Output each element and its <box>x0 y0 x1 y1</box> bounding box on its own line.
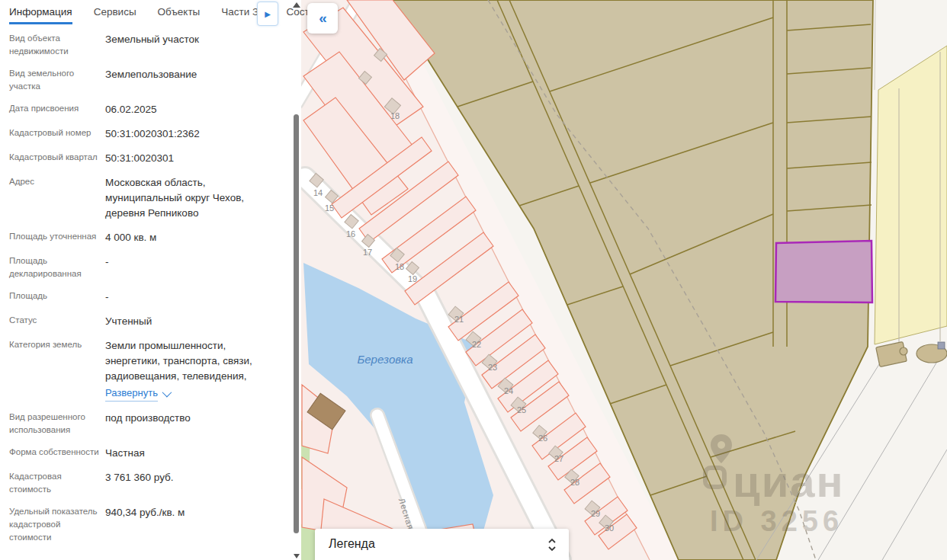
field-row: Адрес Московская область, муниципальный … <box>9 175 261 221</box>
panel-collapse-button[interactable]: « <box>307 3 338 34</box>
water-label: Березовка <box>357 353 413 366</box>
parcel-number-label: 27 <box>554 454 563 463</box>
field-label: Площадь декларированная <box>9 254 102 280</box>
field-row: Кадастровый номер 50:31:0020301:2362 <box>9 126 261 142</box>
parcel-number-label: 14 <box>313 188 323 197</box>
tab-services[interactable]: Сервисы <box>94 6 136 22</box>
parcel-number-label: 23 <box>488 363 497 372</box>
tab-objects[interactable]: Объекты <box>158 6 201 22</box>
field-label: Категория земель <box>9 338 102 402</box>
field-label: Кадастровый номер <box>9 126 102 142</box>
expand-link[interactable]: Развернуть <box>105 386 169 402</box>
field-row: Форма собственности Частная <box>9 446 261 461</box>
field-row: Кадастровая стоимость 3 761 360 руб. <box>9 470 261 496</box>
parcel-number-label: 24 <box>504 386 513 395</box>
field-label: Статус <box>9 314 102 329</box>
selected-parcel[interactable] <box>775 241 872 302</box>
field-value: 50:31:0020301:2362 <box>102 126 261 142</box>
parcel-number-label: 15 <box>325 203 334 213</box>
field-label: Площадь <box>9 290 102 305</box>
legend-bar[interactable]: Легенда <box>315 529 569 560</box>
field-row: Категория земель Земли промышленности, э… <box>9 338 261 402</box>
field-row: Вид объекта недвижимости Земельный участ… <box>9 32 261 58</box>
tabs-scroll-right-button[interactable]: ▶ <box>257 2 278 26</box>
field-value: Частная <box>102 446 261 461</box>
category-text: Земли промышленности, энергетики, трансп… <box>105 340 252 382</box>
field-row: Вид разрешенного использования под произ… <box>9 411 261 437</box>
info-panel: Информация Сервисы Объекты Части ЗУ Сост… <box>0 0 301 560</box>
field-value: Учтенный <box>102 314 261 329</box>
field-value: 06.02.2025 <box>102 102 261 117</box>
field-label: Дата присвоения <box>9 102 102 117</box>
watermark-brand: циан <box>733 456 845 506</box>
parcel-number-label: 29 <box>591 509 600 518</box>
field-value: 3 761 360 руб. <box>102 470 261 496</box>
field-label: Вид земельного участка <box>9 67 102 93</box>
field-value: - <box>102 290 261 305</box>
field-value: под производство <box>102 411 261 437</box>
parcel-number-label: 18 <box>395 262 404 271</box>
field-row: Площадь - <box>9 290 261 305</box>
parcel-number-label: 26 <box>538 434 547 443</box>
expand-link-label: Развернуть <box>105 386 158 402</box>
field-row: Дата присвоения 06.02.2025 <box>9 102 261 117</box>
expand-collapse-icon <box>547 537 557 552</box>
field-value: Земли промышленности, энергетики, трансп… <box>102 338 261 402</box>
field-value: Московская область, муниципальный округ … <box>102 175 261 221</box>
cadastral-map-app: Информация Сервисы Объекты Части ЗУ Сост… <box>0 0 947 560</box>
field-row: Удельный показатель кадастровой стоимост… <box>9 505 261 544</box>
field-value: Землепользование <box>102 67 261 93</box>
panel-scrollbar <box>291 0 301 560</box>
field-value: 4 000 кв. м <box>102 230 261 245</box>
field-value: - <box>102 254 261 280</box>
field-label: Кадастровый квартал <box>9 151 102 166</box>
field-label: Вид объекта недвижимости <box>9 32 102 58</box>
object-fields: Вид объекта недвижимости Земельный участ… <box>0 24 271 544</box>
watermark-id: ID 3256 <box>710 505 843 537</box>
legend-title: Легенда <box>329 537 375 551</box>
panel-tabs: Информация Сервисы Объекты Части ЗУ Сост… <box>0 0 301 24</box>
chevron-down-icon <box>162 388 172 398</box>
field-label: Площадь уточненная <box>9 230 102 245</box>
field-row: Кадастровый квартал 50:31:0020301 <box>9 151 261 166</box>
field-label: Вид разрешенного использования <box>9 411 102 437</box>
field-value: 50:31:0020301 <box>102 151 261 166</box>
field-row: Площадь уточненная 4 000 кв. м <box>9 230 261 245</box>
parcel-number-label: 25 <box>517 405 526 414</box>
field-row: Вид земельного участка Землепользование <box>9 67 261 93</box>
field-label: Удельный показатель кадастровой стоимост… <box>9 505 102 544</box>
map-container: 18 14 15 16 17 18 19 21 22 23 24 25 26 2… <box>301 0 947 560</box>
field-label: Кадастровая стоимость <box>9 470 102 496</box>
field-label: Адрес <box>9 175 102 221</box>
scroll-down-arrow[interactable] <box>294 554 300 558</box>
tab-information[interactable]: Информация <box>9 6 72 24</box>
parcel-number-label: 18 <box>390 111 400 120</box>
parcel-number-label: 17 <box>363 248 372 257</box>
field-value: Земельный участок <box>102 32 261 58</box>
parcel-number-label: 28 <box>570 478 579 487</box>
double-chevron-left-icon: « <box>319 10 326 27</box>
parcel-number-label: 22 <box>472 340 481 349</box>
map-canvas[interactable]: 18 14 15 16 17 18 19 21 22 23 24 25 26 2… <box>301 0 947 560</box>
field-label: Форма собственности <box>9 446 102 461</box>
parcel-number-label: 30 <box>605 523 614 533</box>
arrow-right-icon: ▶ <box>265 10 271 18</box>
field-row: Площадь декларированная - <box>9 254 261 280</box>
field-row: Статус Учтенный <box>9 314 261 329</box>
scrollbar-thumb[interactable] <box>294 114 299 533</box>
parcel-number-label: 19 <box>408 274 417 283</box>
field-value: 940,34 руб./кв. м <box>102 505 261 544</box>
parcel-number-label: 16 <box>346 229 355 238</box>
parcel-number-label: 21 <box>454 315 464 324</box>
scroll-up-arrow[interactable] <box>293 2 300 8</box>
